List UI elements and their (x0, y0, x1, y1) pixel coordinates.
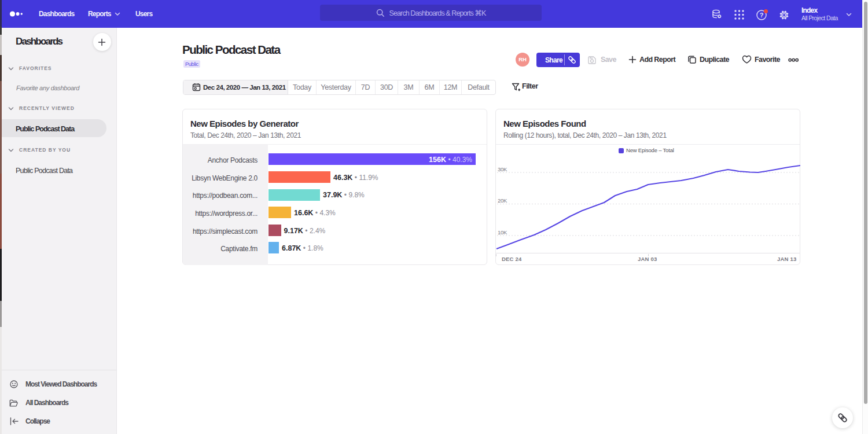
svg-text:?: ? (760, 12, 764, 19)
